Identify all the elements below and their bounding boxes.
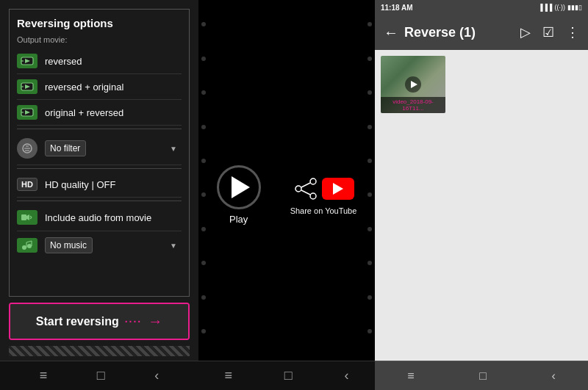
wifi-icon: ((·)) <box>555 4 566 11</box>
music-select-wrapper[interactable]: No music ▼ <box>45 237 182 253</box>
svg-marker-14 <box>26 214 29 220</box>
share-icon <box>293 176 319 202</box>
share-section: Share on YouTube <box>290 176 357 215</box>
hd-row[interactable]: HD HD quality | OFF <box>17 172 182 198</box>
filter-row: No filter ▼ <box>17 132 182 165</box>
video-grid: video_2018-09-16T11... <box>375 50 588 361</box>
menu-icon-right[interactable]: ≡ <box>407 369 414 383</box>
chevron-down-icon: ▼ <box>170 145 177 153</box>
right-dots <box>365 0 375 390</box>
back-icon[interactable]: ‹ <box>154 368 159 383</box>
start-button-label: Start reversing <box>36 315 119 328</box>
stripe-decoration <box>9 346 190 356</box>
progress-dots: ···· <box>125 316 143 328</box>
status-bar: 11:18 AM ▐▐▐ ((·)) ▮▮▮▯ <box>375 0 588 15</box>
svg-line-16 <box>30 217 32 219</box>
right-panel: 11:18 AM ▐▐▐ ((·)) ▮▮▮▯ ← Reverse (1) ▷ … <box>375 0 588 390</box>
start-reversing-button[interactable]: Start reversing ···· → <box>10 304 188 339</box>
share-youtube-button[interactable] <box>293 176 354 202</box>
svg-point-22 <box>310 178 316 184</box>
play-triangle-icon <box>232 176 250 198</box>
svg-point-18 <box>27 244 32 248</box>
bottom-nav-middle: ≡ □ ‹ <box>198 361 375 390</box>
svg-line-21 <box>26 241 32 242</box>
status-time: 11:18 AM <box>381 4 413 12</box>
audio-row[interactable]: Include audio from movie <box>17 204 182 231</box>
youtube-play-icon <box>333 183 343 195</box>
hd-badge: HD <box>17 178 37 191</box>
left-panel: Reversing options Output movie: reversed <box>0 0 198 390</box>
svg-point-17 <box>22 245 26 250</box>
right-panel-title: Reverse (1) <box>404 25 509 40</box>
battery-icon: ▮▮▮▯ <box>567 4 582 11</box>
original-reversed-label: original + reversed <box>45 107 123 118</box>
svg-rect-13 <box>21 214 26 220</box>
share-label: Share on YouTube <box>290 206 357 215</box>
home-icon[interactable]: □ <box>97 368 105 383</box>
output-label: Output movie: <box>17 35 182 44</box>
youtube-icon <box>322 178 354 200</box>
reversed-original-icon <box>17 79 37 94</box>
menu-icon-middle[interactable]: ≡ <box>224 368 232 383</box>
music-select[interactable]: No music <box>45 237 93 253</box>
original-reversed-icon <box>17 105 37 120</box>
music-row: No music ▼ <box>17 231 182 259</box>
options-box: Reversing options Output movie: reversed <box>9 9 190 297</box>
middle-panel: Play Share on YouTube <box>198 0 375 390</box>
menu-icon[interactable]: ≡ <box>40 368 48 383</box>
play-button[interactable] <box>217 165 261 209</box>
svg-point-24 <box>310 193 316 199</box>
bottom-nav-left: ≡ □ ‹ <box>0 361 198 390</box>
options-title: Reversing options <box>17 17 182 29</box>
back-button[interactable]: ← <box>384 24 398 41</box>
thumb-play-icon <box>405 76 421 93</box>
reversed-label: reversed <box>45 56 82 67</box>
back-icon-middle[interactable]: ‹ <box>345 368 349 383</box>
divider2 <box>17 168 182 169</box>
back-icon-right[interactable]: ‹ <box>551 369 555 383</box>
status-icons: ▐▐▐ ((·)) ▮▮▮▯ <box>538 4 582 11</box>
hd-text: HD quality | OFF <box>45 179 116 190</box>
share-action-icon[interactable]: ☑ <box>542 24 554 40</box>
action-buttons: Play Share on YouTube <box>217 165 357 225</box>
filter-select[interactable]: No filter <box>45 140 86 156</box>
music-icon <box>17 238 37 253</box>
option-reversed[interactable]: reversed <box>17 48 182 74</box>
reversed-original-label: reversed + original <box>45 82 123 93</box>
more-options-icon[interactable]: ⋮ <box>566 24 579 40</box>
left-dots <box>198 0 209 390</box>
signal-icon: ▐▐▐ <box>538 4 552 11</box>
divider3 <box>17 201 182 201</box>
video-filename: video_2018-09-16T11... <box>381 97 445 113</box>
home-icon-right[interactable]: □ <box>479 369 487 383</box>
audio-icon <box>17 210 37 225</box>
start-button-container[interactable]: Start reversing ···· → <box>9 303 190 340</box>
bottom-nav-right: ≡ □ ‹ <box>375 361 588 390</box>
thumb-play-triangle <box>411 81 417 88</box>
play-label: Play <box>229 214 248 225</box>
filter-select-wrapper[interactable]: No filter ▼ <box>45 140 182 156</box>
svg-point-23 <box>295 186 301 192</box>
svg-line-26 <box>301 190 310 195</box>
option-original-reversed[interactable]: original + reversed <box>17 100 182 126</box>
music-chevron-icon: ▼ <box>170 242 177 250</box>
audio-text: Include audio from movie <box>45 212 151 223</box>
divider <box>17 129 182 129</box>
play-action-icon[interactable]: ▷ <box>520 24 531 40</box>
right-header: ← Reverse (1) ▷ ☑ ⋮ <box>375 15 588 50</box>
home-icon-middle[interactable]: □ <box>284 368 293 383</box>
reversed-icon <box>17 54 37 68</box>
video-thumbnail[interactable]: video_2018-09-16T11... <box>381 56 445 113</box>
option-reversed-original[interactable]: reversed + original <box>17 74 182 100</box>
arrow-icon: → <box>148 313 162 330</box>
filter-icon <box>17 138 37 159</box>
play-section: Play <box>217 165 261 225</box>
svg-line-25 <box>301 183 310 187</box>
